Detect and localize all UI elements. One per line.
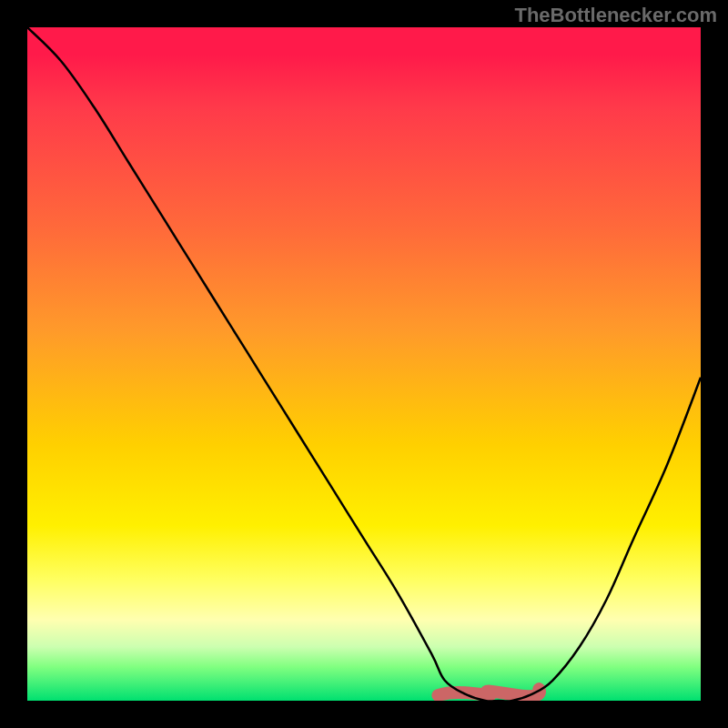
chart-plot-area (27, 27, 701, 701)
chart-svg (27, 27, 701, 701)
watermark-text: TheBottlenecker.com (514, 4, 717, 27)
bottleneck-curve-line (27, 27, 701, 701)
optimal-range-marker (438, 689, 540, 696)
